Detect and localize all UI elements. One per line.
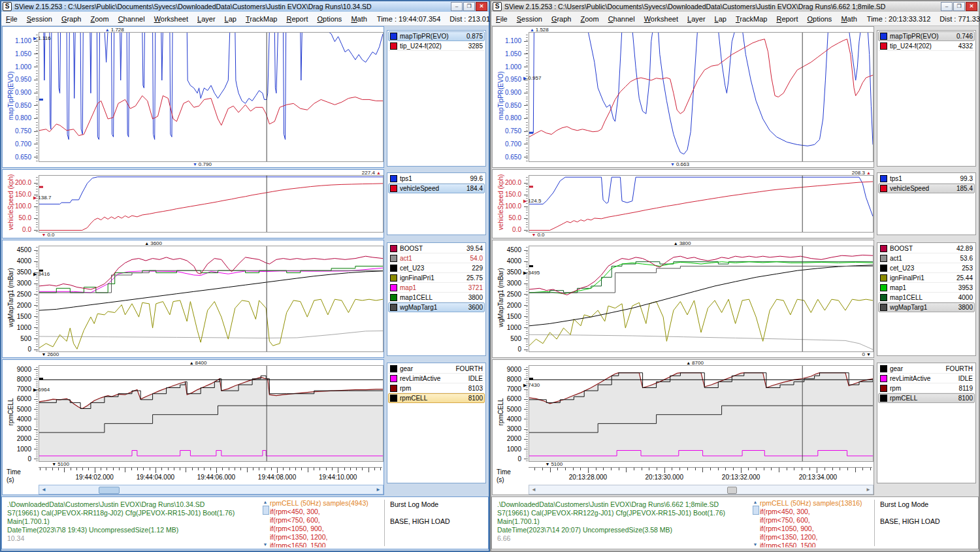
scrollbar-thumb[interactable] <box>753 506 759 515</box>
legend-row-wgMapTarg1[interactable]: wgMapTarg13800 <box>878 302 975 312</box>
menu-item-channel[interactable]: Channel <box>604 14 640 24</box>
menu-item-file[interactable]: File <box>1 14 22 24</box>
menu-item-file[interactable]: File <box>491 14 512 24</box>
legend-row-map1[interactable]: map13953 <box>878 283 975 293</box>
legend-row-wgMapTarg1[interactable]: wgMapTarg13600 <box>388 302 485 312</box>
y-tick-mark <box>34 250 38 251</box>
scroll-left-arrow-icon[interactable]: ◄ <box>530 486 538 493</box>
menu-item-report[interactable]: Report <box>772 14 802 24</box>
scroll-up-arrow-icon[interactable]: ▲ <box>752 499 759 505</box>
chart-plot-rpmCELL[interactable] <box>529 365 874 462</box>
legend-row-tip_U24-f(202)[interactable]: tip_U24-f(202)4332 <box>878 41 975 51</box>
y-tick-mark <box>34 419 38 419</box>
y-minor-tick <box>526 457 528 457</box>
chart-plot-mapTipPR[interactable] <box>529 32 874 162</box>
menu-item-trackmap[interactable]: TrackMap <box>241 14 282 24</box>
legend-row-rpmCELL[interactable]: rpmCELL8100 <box>388 393 485 403</box>
x-tick <box>131 468 132 470</box>
channel-value: 25.75 <box>466 274 483 282</box>
menu-item-graph[interactable]: Graph <box>547 14 576 24</box>
legend-row-act1[interactable]: act153.6 <box>878 253 975 263</box>
y-minor-tick <box>36 461 38 461</box>
close-button[interactable]: ✕ <box>476 2 487 11</box>
legend-row-mapTipPR(EVO)[interactable]: mapTipPR(EVO)0.746 <box>878 31 975 41</box>
scroll-left-arrow-icon[interactable]: ◄ <box>40 486 48 493</box>
samples-scrollbar[interactable]: ▲▼ <box>752 499 759 547</box>
legend-row-rpm[interactable]: rpm8119 <box>878 383 975 393</box>
time-scrollbar[interactable]: ◄► <box>529 485 874 495</box>
y-minor-tick <box>526 40 528 41</box>
legend-row-act1[interactable]: act154.0 <box>388 253 485 263</box>
legend-row-cet_U23[interactable]: cet_U23253 <box>878 263 975 273</box>
y-minor-tick <box>36 302 38 303</box>
chart-plot-rpmCELL[interactable] <box>39 365 384 462</box>
legend-row-rpmCELL[interactable]: rpmCELL8100 <box>878 393 975 403</box>
legend-row-vehicleSpeed[interactable]: vehicleSpeed184.4 <box>388 184 485 193</box>
y-minor-tick <box>36 91 38 92</box>
menu-item-lap[interactable]: Lap <box>220 14 241 24</box>
scroll-right-arrow-icon[interactable]: ► <box>864 486 872 493</box>
scrollbar-thumb[interactable] <box>99 487 120 494</box>
menu-item-lap[interactable]: Lap <box>710 14 731 24</box>
menu-item-session[interactable]: Session <box>22 14 57 24</box>
chart-plot-vehicleSpeed[interactable] <box>529 175 874 233</box>
legend-row-vehicleSpeed[interactable]: vehicleSpeed185.4 <box>878 184 975 193</box>
legend-row-tps1[interactable]: tps199.6 <box>388 174 485 184</box>
legend-row-gear[interactable]: gearFOURTH <box>388 364 485 374</box>
menu-item-channel[interactable]: Channel <box>114 14 150 24</box>
menu-item-worksheet[interactable]: Worksheet <box>640 14 683 24</box>
chart-plot-vehicleSpeed[interactable] <box>39 175 384 233</box>
scrollbar-thumb[interactable] <box>727 487 737 494</box>
chart-plot-wgMapTarg1[interactable] <box>529 246 874 352</box>
menu-item-math[interactable]: Math <box>836 14 861 24</box>
scroll-right-arrow-icon[interactable]: ► <box>374 486 382 493</box>
menu-item-trackmap[interactable]: TrackMap <box>731 14 772 24</box>
legend-row-ignFinalPri1[interactable]: ignFinalPri125.44 <box>878 273 975 283</box>
close-button[interactable]: ✕ <box>966 2 977 11</box>
time-scrollbar[interactable]: ◄► <box>39 485 384 495</box>
scroll-up-arrow-icon[interactable]: ▲ <box>262 499 269 505</box>
minimize-button[interactable]: – <box>941 2 953 11</box>
legend-row-ignFinalPri1[interactable]: ignFinalPri125.75 <box>388 273 485 283</box>
menu-item-zoom[interactable]: Zoom <box>576 14 603 24</box>
maximize-button[interactable]: ❐ <box>953 2 965 11</box>
legend-row-BOOST[interactable]: BOOST39.54 <box>388 244 485 253</box>
legend-row-map1CELL[interactable]: map1CELL4000 <box>878 293 975 302</box>
legend-row-tip_U24-f(202)[interactable]: tip_U24-f(202)3285 <box>388 41 485 51</box>
y-minor-tick <box>36 263 38 263</box>
samples-scrollbar[interactable]: ▲▼ <box>262 499 269 547</box>
legend-row-BOOST[interactable]: BOOST42.89 <box>878 244 975 253</box>
menu-item-session[interactable]: Session <box>512 14 547 24</box>
y-minor-tick <box>36 393 38 393</box>
menu-item-worksheet[interactable]: Worksheet <box>150 14 193 24</box>
menu-item-report[interactable]: Report <box>282 14 312 24</box>
channel-name: tip_U24-f(202) <box>890 42 958 50</box>
menu-item-zoom[interactable]: Zoom <box>86 14 113 24</box>
y-tick-mark <box>34 369 38 370</box>
scrollbar-thumb[interactable] <box>263 506 269 515</box>
legend-row-revLimitActive[interactable]: revLimitActiveIDLE <box>878 374 975 383</box>
legend-row-revLimitActive[interactable]: revLimitActiveIDLE <box>388 374 485 383</box>
chart-plot-wgMapTarg1[interactable] <box>39 246 384 352</box>
legend-row-map1CELL[interactable]: map1CELL3800 <box>388 293 485 302</box>
legend-row-map1[interactable]: map13721 <box>388 283 485 293</box>
menu-item-graph[interactable]: Graph <box>57 14 86 24</box>
menu-item-layer[interactable]: Layer <box>193 14 220 24</box>
menu-item-math[interactable]: Math <box>346 14 371 24</box>
legend-row-mapTipPR(EVO)[interactable]: mapTipPR(EVO)0.875 <box>388 31 485 41</box>
maximize-button[interactable]: ❐ <box>463 2 475 11</box>
series-line <box>529 266 873 293</box>
menu-item-layer[interactable]: Layer <box>683 14 710 24</box>
scroll-down-arrow-icon[interactable]: ▼ <box>262 542 269 547</box>
menu-item-options[interactable]: Options <box>312 14 346 24</box>
minimize-button[interactable]: – <box>451 2 463 11</box>
legend-row-gear[interactable]: gearFOURTH <box>878 364 975 374</box>
menu-item-options[interactable]: Options <box>802 14 836 24</box>
legend-row-cet_U23[interactable]: cet_U23229 <box>388 263 485 273</box>
scroll-down-arrow-icon[interactable]: ▼ <box>752 542 759 547</box>
legend-row-tps1[interactable]: tps199.3 <box>878 174 975 184</box>
channel-value: 3721 <box>468 284 483 291</box>
chart-plot-mapTipPR[interactable] <box>39 32 384 162</box>
series-line <box>39 177 383 204</box>
legend-row-rpm[interactable]: rpm8103 <box>388 383 485 393</box>
